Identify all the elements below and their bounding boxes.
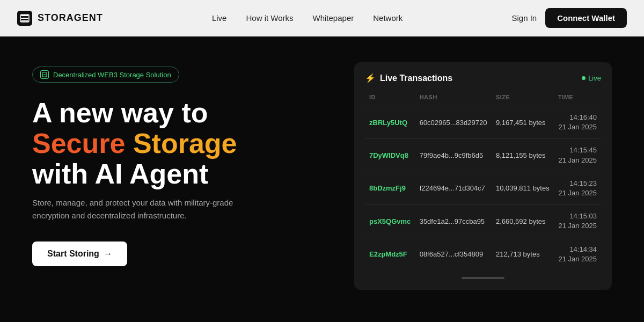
panel-header: ⚡ Live Transactions Live	[365, 73, 601, 83]
hero-title-line3: with AI Agent	[32, 159, 322, 189]
navbar: STORAGENT Live How it Works Whitepaper N…	[0, 0, 644, 36]
tx-hash: 60c02965...83d29720	[415, 106, 492, 139]
tx-size: 8,121,155 bytes	[492, 139, 554, 172]
logo: STORAGENT	[17, 11, 103, 26]
hero-title-line2: Secure Storage	[32, 128, 322, 159]
tx-time: 14:14:3421 Jan 2025	[554, 238, 601, 270]
nav-item-whitepaper[interactable]: Whitepaper	[313, 13, 354, 23]
activity-icon: ⚡	[365, 73, 376, 83]
tx-hash: 79f9ae4b...9c9fb6d5	[415, 139, 492, 172]
table-row: 7DyWIDVq8 79f9ae4b...9c9fb6d5 8,121,155 …	[365, 139, 601, 172]
logo-icon	[17, 11, 32, 26]
col-id: ID	[365, 92, 415, 106]
hero-title-storage: Storage	[133, 128, 237, 159]
tx-time: 14:15:0321 Jan 2025	[554, 205, 601, 238]
hero-badge: Decentralized WEB3 Storage Solution	[32, 67, 179, 83]
col-hash: HASH	[415, 92, 492, 106]
transactions-panel: ⚡ Live Transactions Live ID HASH SIZE TI…	[354, 62, 612, 290]
col-size: SIZE	[492, 92, 554, 106]
hero-title-line1: A new way to	[32, 98, 322, 128]
tx-hash: 08f6a527...cf354809	[415, 238, 492, 270]
badge-text: Decentralized WEB3 Storage Solution	[53, 71, 171, 79]
panel-title: ⚡ Live Transactions	[365, 73, 452, 83]
tx-size: 2,660,592 bytes	[492, 205, 554, 238]
hero-subtitle: Store, manage, and protect your data wit…	[32, 196, 258, 222]
nav-links: Live How it Works Whitepaper Network	[212, 13, 402, 23]
hero-title-secure: Secure	[32, 128, 125, 159]
hero-left: Decentralized WEB3 Storage Solution A ne…	[32, 58, 322, 266]
tx-time: 14:15:2321 Jan 2025	[554, 172, 601, 204]
tx-hash: 35dfe1a2...97ccba95	[415, 205, 492, 238]
table-row: zBRLy5UtQ 60c02965...83d29720 9,167,451 …	[365, 106, 601, 139]
hero-section: Decentralized WEB3 Storage Solution A ne…	[0, 36, 644, 322]
table-row: 8bDzmzFj9 f224694e...71d304c7 10,039,811…	[365, 172, 601, 204]
tx-hash: f224694e...71d304c7	[415, 172, 492, 204]
nav-item-how-it-works[interactable]: How it Works	[246, 13, 293, 23]
transactions-table: ID HASH SIZE TIME zBRLy5UtQ 60c02965...8…	[365, 92, 601, 270]
table-row: E2zpMdz5F 08f6a527...cf354809 212,713 by…	[365, 238, 601, 270]
tx-id: E2zpMdz5F	[365, 238, 415, 270]
tx-id: psX5QGvmc	[365, 205, 415, 238]
connect-wallet-button[interactable]: Connect Wallet	[545, 8, 627, 28]
tx-id: 7DyWIDVq8	[365, 139, 415, 172]
badge-icon	[40, 70, 49, 79]
tx-size: 10,039,811 bytes	[492, 172, 554, 204]
tx-id: zBRLy5UtQ	[365, 106, 415, 139]
nav-item-live[interactable]: Live	[212, 13, 227, 23]
logo-text: STORAGENT	[38, 12, 103, 24]
scroll-bar	[462, 277, 504, 279]
table-row: psX5QGvmc 35dfe1a2...97ccba95 2,660,592 …	[365, 205, 601, 238]
tx-size: 9,167,451 bytes	[492, 106, 554, 139]
sign-in-button[interactable]: Sign In	[512, 13, 537, 23]
live-dot	[582, 76, 586, 80]
tx-time: 14:15:4521 Jan 2025	[554, 139, 601, 172]
nav-item-network[interactable]: Network	[373, 13, 402, 23]
hero-title: A new way to Secure Storage with AI Agen…	[32, 98, 322, 190]
tx-time: 14:16:4021 Jan 2025	[554, 106, 601, 139]
nav-right: Sign In Connect Wallet	[512, 8, 627, 28]
tx-id: 8bDzmzFj9	[365, 172, 415, 204]
panel-footer	[365, 277, 601, 279]
col-time: TIME	[554, 92, 601, 106]
start-storing-button[interactable]: Start Storing →	[32, 241, 127, 266]
tx-size: 212,713 bytes	[492, 238, 554, 270]
live-badge: Live	[582, 74, 601, 82]
